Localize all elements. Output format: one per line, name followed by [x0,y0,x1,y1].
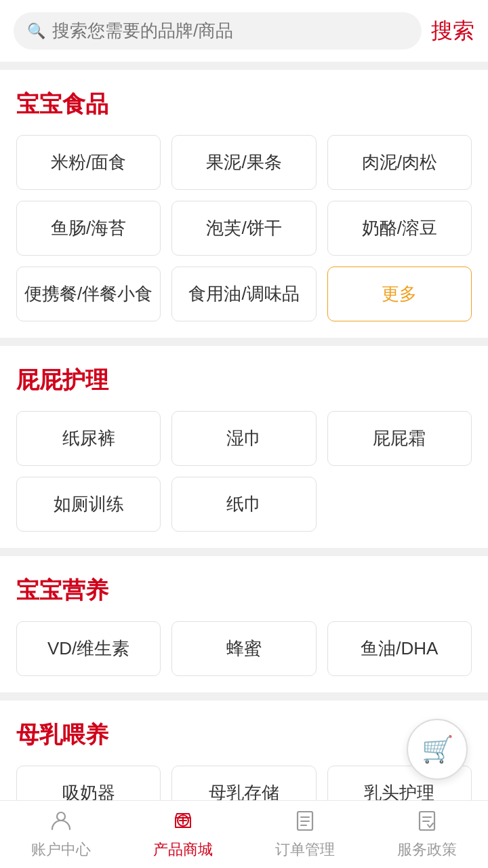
divider-1 [0,338,488,346]
orders-label: 订单管理 [275,840,335,860]
divider-0 [0,62,488,70]
nav-item-policy[interactable]: 服务政策 [366,801,488,868]
grid-item-baby-nutrition-0[interactable]: VD/维生素 [16,621,161,676]
grid-item-baby-food-0[interactable]: 米粉/面食 [16,135,161,190]
account-icon [49,809,73,835]
grid-item-baby-nutrition-1[interactable]: 蜂蜜 [171,621,316,676]
grid-item-baby-food-4[interactable]: 泡芙/饼干 [171,201,316,256]
section-baby-food: 宝宝食品米粉/面食果泥/果条肉泥/肉松鱼肠/海苔泡芙/饼干奶酪/溶豆便携餐/伴餐… [0,70,488,338]
divider-2 [0,548,488,556]
grid-item-baby-nutrition-2[interactable]: 鱼油/DHA [327,621,472,676]
grid-item-butt-care-1[interactable]: 湿巾 [171,411,316,466]
account-label: 账户中心 [31,840,91,860]
section-baby-nutrition: 宝宝营养VD/维生素蜂蜜鱼油/DHA [0,556,488,692]
search-bar: 🔍 搜索 [0,0,488,62]
nav-item-orders[interactable]: 订单管理 [244,801,366,868]
section-title-butt-care: 屁屁护理 [16,365,472,396]
cart-float-button[interactable]: 🛒 [407,719,468,780]
grid-item-baby-food-5[interactable]: 奶酪/溶豆 [327,201,472,256]
divider-3 [0,692,488,701]
grid-item-baby-food-8[interactable]: 更多 [327,267,472,321]
section-title-baby-nutrition: 宝宝营养 [16,575,472,606]
grid-item-butt-care-0[interactable]: 纸尿裤 [16,411,161,466]
grid-item-butt-care-2[interactable]: 屁屁霜 [327,411,472,466]
policy-icon [415,809,439,835]
cart-icon: 🛒 [422,734,453,764]
nav-item-account[interactable]: 账户中心 [0,801,122,868]
section-title-breastfeeding: 母乳喂养 [16,719,472,751]
grid-baby-nutrition: VD/维生素蜂蜜鱼油/DHA [16,621,472,676]
shop-icon [171,809,195,835]
orders-icon [293,809,317,835]
grid-item-baby-food-1[interactable]: 果泥/果条 [171,135,316,190]
grid-item-baby-food-3[interactable]: 鱼肠/海苔 [16,201,161,256]
grid-baby-food: 米粉/面食果泥/果条肉泥/肉松鱼肠/海苔泡芙/饼干奶酪/溶豆便携餐/伴餐小食食用… [16,135,472,321]
grid-item-butt-care-3[interactable]: 如厕训练 [16,477,161,532]
grid-item-baby-food-7[interactable]: 食用油/调味品 [171,267,316,321]
grid-butt-care: 纸尿裤湿巾屁屁霜如厕训练纸巾 [16,411,472,532]
grid-item-baby-food-6[interactable]: 便携餐/伴餐小食 [16,267,161,321]
svg-point-0 [57,812,65,821]
bottom-nav: 账户中心 产品商城 订单管理 [0,800,488,868]
shop-label: 产品商城 [153,840,213,860]
section-butt-care: 屁屁护理纸尿裤湿巾屁屁霜如厕训练纸巾 [0,346,488,548]
grid-item-butt-care-4[interactable]: 纸巾 [171,477,316,532]
grid-item-baby-food-2[interactable]: 肉泥/肉松 [327,135,472,190]
search-input-wrap[interactable]: 🔍 [14,12,422,50]
search-button[interactable]: 搜索 [431,16,474,46]
policy-label: 服务政策 [397,840,457,860]
search-icon: 🔍 [27,22,45,40]
section-title-baby-food: 宝宝食品 [16,89,472,120]
search-input[interactable] [52,20,408,41]
nav-item-shop[interactable]: 产品商城 [122,801,244,868]
